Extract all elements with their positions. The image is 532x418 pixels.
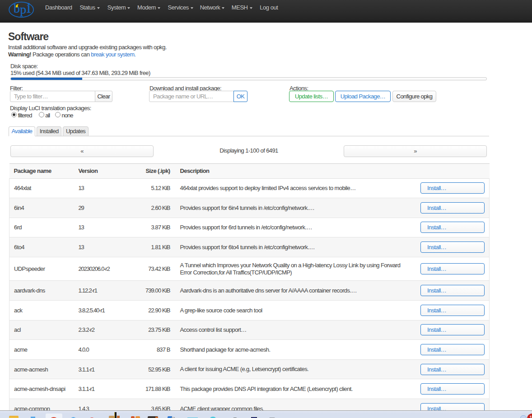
- svg-text:p: p: [20, 2, 26, 16]
- svg-text:b: b: [14, 1, 19, 15]
